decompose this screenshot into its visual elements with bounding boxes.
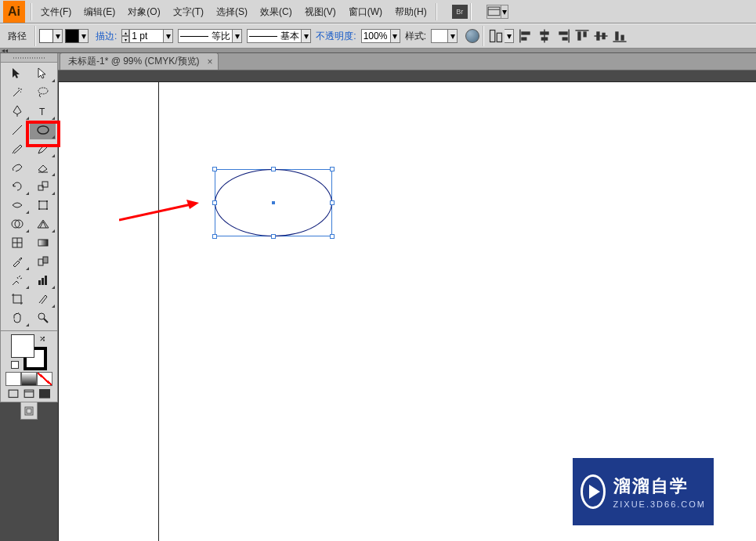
artboard-tool[interactable] <box>4 290 30 308</box>
align-top-button[interactable] <box>574 28 590 44</box>
eraser-tool[interactable] <box>30 158 56 177</box>
document-workspace: 未标题-1* @ 99% (CMYK/预览) × <box>58 53 756 541</box>
perspective-grid-tool[interactable] <box>30 215 56 233</box>
chevron-down-icon: ▾ <box>53 29 63 43</box>
free-transform-tool[interactable] <box>30 196 56 215</box>
eyedropper-tool[interactable] <box>4 252 30 271</box>
pencil-tool[interactable] <box>30 139 56 158</box>
align-bottom-button[interactable] <box>612 28 628 44</box>
selection-tool[interactable] <box>4 64 30 83</box>
rotate-tool[interactable] <box>4 177 30 196</box>
width-tool[interactable] <box>4 196 30 215</box>
default-fill-stroke-icon[interactable] <box>11 361 19 369</box>
gradient-mode-button[interactable] <box>21 372 37 386</box>
magic-wand-tool[interactable] <box>4 83 30 102</box>
blob-brush-tool[interactable] <box>4 158 30 177</box>
variable-width-profile[interactable]: 等比 <box>178 29 233 43</box>
paintbrush-tool[interactable] <box>4 139 30 158</box>
direct-selection-tool[interactable] <box>30 64 56 83</box>
panel-grip[interactable] <box>0 53 58 63</box>
chevron-down-icon[interactable]: ▾ <box>505 29 514 43</box>
stroke-swatch-group[interactable]: ▾ <box>65 29 89 43</box>
shape-builder-tool[interactable] <box>4 215 30 233</box>
resize-handle[interactable] <box>212 234 217 239</box>
stroke-label[interactable]: 描边: <box>91 30 121 43</box>
selected-ellipse-object[interactable] <box>215 169 332 236</box>
hand-tool[interactable] <box>4 308 30 327</box>
canvas-area[interactable]: 溜溜自学 ZIXUE.3D66.COM <box>58 70 756 541</box>
svg-point-22 <box>38 88 48 94</box>
resize-handle[interactable] <box>330 234 335 239</box>
menu-help[interactable]: 帮助(H) <box>389 0 433 23</box>
zoom-tool[interactable] <box>30 308 56 327</box>
opacity-field[interactable]: 100% <box>361 29 391 43</box>
menu-type[interactable]: 文字(T) <box>167 0 210 23</box>
chevron-down-icon[interactable]: ▾ <box>233 29 242 43</box>
full-screen-button[interactable] <box>39 389 50 399</box>
resize-handle[interactable] <box>212 200 217 205</box>
menu-edit[interactable]: 编辑(E) <box>78 0 121 23</box>
column-graph-tool[interactable] <box>30 271 56 290</box>
svg-rect-0 <box>488 7 500 16</box>
menu-file[interactable]: 文件(F) <box>34 0 78 23</box>
chevron-down-icon[interactable]: ▾ <box>164 29 173 43</box>
opacity-label[interactable]: 不透明度: <box>311 30 360 43</box>
symbol-sprayer-tool[interactable] <box>4 271 30 290</box>
fill-stroke-indicator[interactable]: ⤮ <box>11 334 47 370</box>
stroke-weight-stepper[interactable]: ▴▾ <box>121 29 129 43</box>
align-left-button[interactable] <box>518 28 534 44</box>
align-right-button[interactable] <box>555 28 571 44</box>
blend-tool[interactable] <box>30 252 56 271</box>
menu-view[interactable]: 视图(V) <box>298 0 342 23</box>
slice-tool[interactable] <box>30 290 56 308</box>
full-screen-menu-button[interactable] <box>24 389 34 399</box>
menu-effect[interactable]: 效果(C) <box>254 0 298 23</box>
arrange-documents-button[interactable]: ▾ <box>487 5 508 19</box>
gradient-tool[interactable] <box>30 233 56 252</box>
graphic-style-swatch[interactable] <box>431 29 448 43</box>
resize-handle[interactable] <box>330 200 335 205</box>
document-tab[interactable]: 未标题-1* @ 99% (CMYK/预览) × <box>60 52 219 70</box>
ellipse-tool[interactable] <box>30 121 56 139</box>
none-mode-button[interactable] <box>37 372 52 386</box>
mesh-tool[interactable] <box>4 233 30 252</box>
chevron-down-icon[interactable]: ▾ <box>391 29 400 43</box>
resize-handle[interactable] <box>330 167 335 171</box>
svg-rect-45 <box>13 295 21 303</box>
grip-icon <box>13 57 45 59</box>
resize-handle[interactable] <box>271 167 276 171</box>
stroke-weight-field[interactable]: 1 pt <box>129 29 164 43</box>
menu-window[interactable]: 窗口(W) <box>342 0 389 23</box>
svg-rect-6 <box>521 37 526 40</box>
fill-swatch-group[interactable]: ▾ <box>39 29 63 43</box>
scale-tool[interactable] <box>30 177 56 196</box>
watermark: 溜溜自学 ZIXUE.3D66.COM <box>573 458 714 525</box>
close-tab-icon[interactable]: × <box>208 56 213 67</box>
separator <box>483 26 484 46</box>
bridge-button[interactable]: Br <box>452 5 468 19</box>
color-mode-button[interactable] <box>5 372 21 386</box>
separator <box>31 3 32 20</box>
chevron-down-icon[interactable]: ▾ <box>448 29 458 43</box>
type-tool[interactable]: T <box>30 102 56 121</box>
menu-select[interactable]: 选择(S) <box>210 0 254 23</box>
lasso-tool[interactable] <box>30 83 56 102</box>
profile-suffix: 等比 <box>212 30 230 43</box>
pen-tool[interactable] <box>4 102 30 121</box>
brush-definition[interactable]: 基本 <box>247 29 302 43</box>
line-segment-tool[interactable] <box>4 121 30 139</box>
align-middle-v-button[interactable] <box>593 28 609 44</box>
svg-rect-20 <box>615 31 618 40</box>
svg-rect-12 <box>562 37 568 40</box>
resize-handle[interactable] <box>271 234 276 239</box>
collapsed-panel-tab[interactable] <box>20 402 38 420</box>
normal-screen-button[interactable] <box>8 389 19 399</box>
swap-fill-stroke-icon[interactable]: ⤮ <box>39 334 45 343</box>
align-panel-button[interactable] <box>488 28 504 44</box>
recolor-artwork-icon[interactable] <box>465 29 479 43</box>
menu-object[interactable]: 对象(O) <box>121 0 166 23</box>
collapse-strip[interactable]: ◂◂ <box>0 49 756 53</box>
chevron-down-icon[interactable]: ▾ <box>302 29 311 43</box>
resize-handle[interactable] <box>212 167 217 171</box>
align-center-h-button[interactable] <box>537 28 552 44</box>
